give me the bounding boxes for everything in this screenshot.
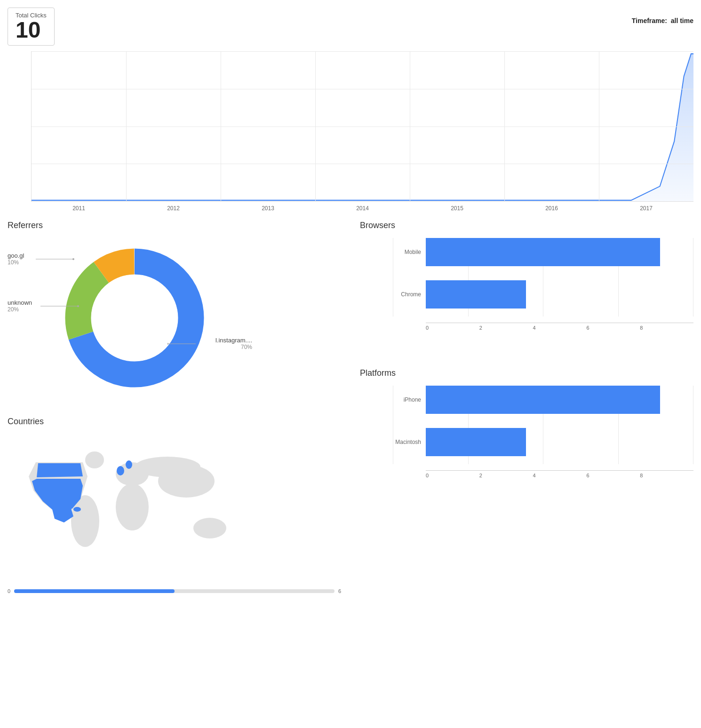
x-label-2017: 2017 — [640, 205, 653, 212]
browsers-tick-2: 2 — [479, 325, 533, 331]
browser-bar-chrome: Chrome — [393, 280, 693, 309]
map-container — [8, 434, 252, 585]
label-googl-pct: 10% — [8, 259, 24, 266]
browser-label-mobile: Mobile — [393, 249, 421, 255]
browsers-title: Browsers — [360, 221, 693, 230]
browser-track-chrome — [426, 280, 693, 309]
label-instagram-name: l.instagram.... — [215, 337, 252, 344]
browser-bar-mobile: Mobile — [393, 238, 693, 266]
total-clicks-card: Total Clicks 10 — [8, 8, 55, 46]
browsers-tick-6: 6 — [586, 325, 640, 331]
timeframe: Timeframe: all time — [632, 8, 693, 24]
x-label-2011: 2011 — [72, 205, 85, 212]
map-bar-fill — [14, 589, 174, 593]
donut-container: goo.gl 10% unknown 20% — [8, 238, 252, 398]
browser-track-mobile — [426, 238, 693, 266]
platforms-chart: iPhone Macintosh 0 2 4 6 — [360, 386, 693, 478]
svg-point-10 — [167, 343, 168, 345]
platforms-tick-8: 8 — [640, 473, 693, 478]
x-label-2015: 2015 — [451, 205, 463, 212]
countries-section: Countries — [8, 417, 341, 594]
bottom-section: Referrers goo.gl 10% — [8, 221, 693, 594]
svg-point-20 — [73, 507, 81, 512]
header-row: Total Clicks 10 Timeframe: all time — [8, 8, 693, 49]
browsers-chart: Mobile Chrome 0 2 4 6 — [360, 238, 693, 331]
platform-fill-macintosh — [426, 428, 526, 456]
svg-point-8 — [77, 305, 79, 307]
line-chart-container: 2011 2012 2013 2014 2015 2016 2017 — [31, 51, 693, 202]
browsers-x-axis: 0 2 4 6 8 — [426, 323, 693, 331]
platforms-title: Platforms — [360, 368, 693, 378]
left-column: Referrers goo.gl 10% — [8, 221, 341, 594]
browsers-tick-4: 4 — [533, 325, 587, 331]
referrers-title: Referrers — [8, 221, 341, 230]
label-googl-name: goo.gl — [8, 252, 24, 259]
platform-track-macintosh — [426, 428, 693, 456]
map-bar-container: 0 6 — [8, 588, 341, 594]
connector-googl — [36, 254, 92, 269]
x-label-2016: 2016 — [545, 205, 558, 212]
line-chart-section: 10.0 7.5 5.0 2.5 — [8, 51, 693, 202]
timeframe-label: Timeframe: — [632, 17, 667, 24]
x-axis-labels: 2011 2012 2013 2014 2015 2016 2017 — [32, 205, 693, 212]
browser-label-chrome: Chrome — [393, 291, 421, 298]
browsers-tick-0: 0 — [426, 325, 479, 331]
map-bar-min: 0 — [8, 588, 10, 594]
x-label-2014: 2014 — [356, 205, 369, 212]
right-column: Browsers Mobile — [360, 221, 693, 594]
referrers-section: Referrers goo.gl 10% — [8, 221, 341, 398]
platforms-section: Platforms iPhone — [360, 368, 693, 478]
label-instagram-pct: 70% — [215, 344, 252, 350]
svg-point-21 — [126, 460, 132, 469]
map-bar-max: 6 — [338, 588, 341, 594]
platforms-tick-0: 0 — [426, 473, 479, 478]
grid-v-3 — [315, 51, 316, 201]
platforms-tick-6: 6 — [586, 473, 640, 478]
platforms-tick-2: 2 — [479, 473, 533, 478]
label-unknown-pct: 20% — [8, 306, 32, 313]
platform-fill-iphone — [426, 386, 660, 414]
browsers-section: Browsers Mobile — [360, 221, 693, 331]
grid-v-6 — [599, 51, 599, 201]
grid-v-5 — [504, 51, 505, 201]
platforms-tick-4: 4 — [533, 473, 587, 478]
grid-v-2 — [221, 51, 221, 201]
svg-marker-0 — [32, 54, 693, 201]
total-clicks-value: 10 — [16, 19, 47, 41]
x-label-2012: 2012 — [167, 205, 180, 212]
label-instagram: l.instagram.... 70% — [215, 337, 252, 350]
label-unknown-name: unknown — [8, 299, 32, 306]
platform-track-iphone — [426, 386, 693, 414]
grid-v-4 — [410, 51, 410, 201]
connector-instagram — [167, 339, 205, 353]
grid-h-4 — [32, 164, 693, 164]
platform-label-iphone: iPhone — [393, 396, 421, 403]
grid-h-1 — [32, 51, 693, 52]
browsers-tick-8: 8 — [640, 325, 693, 331]
map-bar-track — [14, 589, 335, 593]
browser-fill-mobile — [426, 238, 660, 266]
label-unknown: unknown 20% — [8, 299, 32, 313]
grid-h-3 — [32, 127, 693, 127]
svg-point-18 — [85, 451, 104, 468]
svg-point-19 — [117, 466, 124, 475]
platform-bar-macintosh: Macintosh — [393, 428, 693, 456]
world-map-svg — [8, 434, 252, 575]
countries-title: Countries — [8, 417, 341, 427]
grid-h-2 — [32, 89, 693, 89]
x-label-2013: 2013 — [262, 205, 274, 212]
grid-v-1 — [126, 51, 127, 201]
label-googl: goo.gl 10% — [8, 252, 24, 266]
browser-fill-chrome — [426, 280, 526, 309]
platform-label-macintosh: Macintosh — [393, 439, 421, 445]
svg-point-17 — [193, 518, 226, 538]
platforms-x-axis: 0 2 4 6 8 — [426, 470, 693, 478]
svg-point-4 — [91, 275, 178, 361]
connector-unknown — [40, 301, 97, 316]
svg-point-14 — [158, 465, 215, 498]
svg-point-15 — [116, 483, 149, 530]
timeframe-value: all time — [671, 17, 693, 24]
svg-point-6 — [72, 258, 74, 260]
platform-bar-iphone: iPhone — [393, 386, 693, 414]
